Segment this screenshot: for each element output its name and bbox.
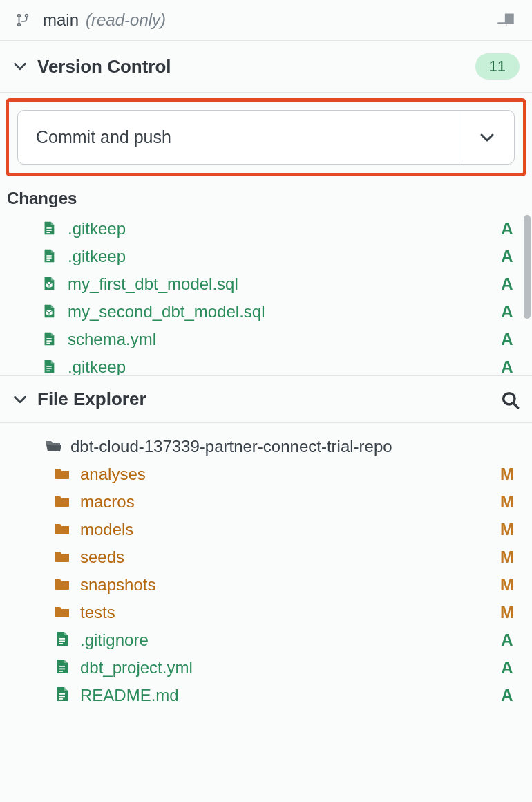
tree-item-status: M <box>499 520 515 539</box>
tree-folder[interactable]: snapshotsM <box>0 571 532 599</box>
change-row[interactable]: .gitkeepA <box>0 243 532 270</box>
tree-item-name: .gitignore <box>80 631 499 650</box>
chevron-down-icon <box>479 129 495 146</box>
search-icon[interactable] <box>500 390 520 409</box>
tree-item-name: README.md <box>80 686 499 705</box>
change-row[interactable]: .gitkeepA <box>0 215 532 243</box>
docs-icon[interactable] <box>496 10 517 30</box>
file-doc-icon <box>54 631 70 650</box>
file-explorer-header[interactable]: File Explorer <box>0 375 532 423</box>
folder-open-icon <box>44 437 61 456</box>
tree-item-name: tests <box>80 603 499 622</box>
change-file-name: my_first_dbt_model.sql <box>68 274 499 294</box>
commit-dropdown-toggle[interactable] <box>459 111 514 164</box>
changes-label: Changes <box>0 185 532 215</box>
tree-file[interactable]: README.mdA <box>0 682 532 709</box>
section-title: File Explorer <box>37 389 146 410</box>
folder-icon <box>54 465 70 484</box>
tree-item-status: M <box>499 575 515 595</box>
scrollbar[interactable] <box>524 215 531 319</box>
folder-icon <box>54 548 70 567</box>
file-doc-icon <box>54 686 70 705</box>
tree-item-status: A <box>499 686 515 705</box>
change-status: A <box>499 330 515 349</box>
tree-item-status: A <box>499 658 515 678</box>
folder-icon <box>54 575 70 595</box>
change-file-name: .gitkeep <box>68 357 499 375</box>
version-control-header[interactable]: Version Control 11 <box>0 41 532 93</box>
tree-root[interactable]: dbt-cloud-137339-partner-connect-trial-r… <box>0 433 532 460</box>
change-status: A <box>499 247 515 266</box>
branch-name[interactable]: main <box>43 10 79 30</box>
tree-folder[interactable]: seedsM <box>0 543 532 571</box>
tree-file[interactable]: dbt_project.ymlA <box>0 654 532 682</box>
tree-folder[interactable]: analysesM <box>0 460 532 488</box>
commit-button-label[interactable]: Commit and push <box>18 111 459 164</box>
tree-folder[interactable]: testsM <box>0 599 532 626</box>
chevron-down-icon <box>12 392 28 407</box>
file-cube-icon <box>41 274 58 294</box>
change-file-name: .gitkeep <box>68 247 499 266</box>
changes-list: .gitkeepA.gitkeepAmy_first_dbt_model.sql… <box>0 215 532 375</box>
tree-folder[interactable]: macrosM <box>0 488 532 516</box>
changes-count-badge: 11 <box>475 53 520 80</box>
tree-item-status: M <box>499 603 515 622</box>
commit-highlight-box: Commit and push <box>6 98 526 176</box>
section-title: Version Control <box>37 56 171 77</box>
tree-folder[interactable]: modelsM <box>0 516 532 543</box>
change-row[interactable]: my_first_dbt_model.sqlA <box>0 270 532 298</box>
commit-and-push-button[interactable]: Commit and push <box>17 110 515 165</box>
tree-item-status: A <box>499 631 515 650</box>
change-status: A <box>499 274 515 294</box>
tree-item-name: snapshots <box>80 575 499 595</box>
folder-icon <box>54 520 70 539</box>
chevron-down-icon <box>12 59 28 74</box>
change-file-name: .gitkeep <box>68 219 499 239</box>
file-explorer-tree: dbt-cloud-137339-partner-connect-trial-r… <box>0 423 532 709</box>
folder-icon <box>54 492 70 512</box>
branch-mode: (read-only) <box>86 10 166 30</box>
tree-item-name: dbt_project.yml <box>80 658 499 678</box>
file-doc-icon <box>54 658 70 678</box>
root-folder-name: dbt-cloud-137339-partner-connect-trial-r… <box>70 437 515 456</box>
tree-item-name: seeds <box>80 548 499 567</box>
change-status: A <box>499 302 515 321</box>
change-file-name: schema.yml <box>68 330 499 349</box>
folder-icon <box>54 603 70 622</box>
tree-item-name: models <box>80 520 499 539</box>
tree-item-name: macros <box>80 492 499 512</box>
tree-item-status: M <box>499 548 515 567</box>
file-cube-icon <box>41 302 58 321</box>
change-row[interactable]: schema.ymlA <box>0 326 532 353</box>
changes-section: Changes .gitkeepA.gitkeepAmy_first_dbt_m… <box>0 185 532 375</box>
change-row[interactable]: my_second_dbt_model.sqlA <box>0 298 532 326</box>
file-doc-icon <box>41 219 58 239</box>
git-branch-icon <box>15 12 30 28</box>
file-doc-icon <box>41 357 58 375</box>
tree-item-name: analyses <box>80 465 499 484</box>
file-doc-icon <box>41 247 58 266</box>
change-status: A <box>499 219 515 239</box>
branch-bar: main (read-only) <box>0 0 532 41</box>
tree-file[interactable]: .gitignoreA <box>0 626 532 654</box>
tree-item-status: M <box>499 465 515 484</box>
file-doc-icon <box>41 330 58 349</box>
change-status: A <box>499 357 515 375</box>
change-row[interactable]: .gitkeepA <box>0 353 532 375</box>
change-file-name: my_second_dbt_model.sql <box>68 302 499 321</box>
tree-item-status: M <box>499 492 515 512</box>
